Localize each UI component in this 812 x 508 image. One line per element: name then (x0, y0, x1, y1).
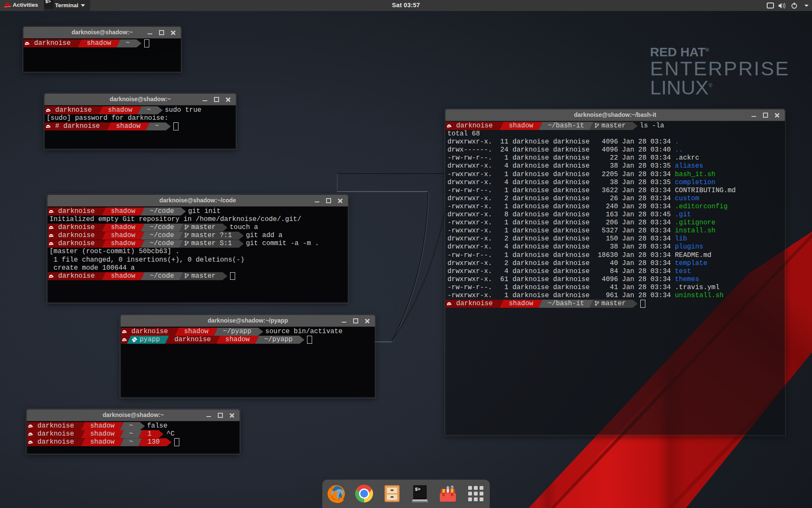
svg-text:$>: $> (415, 487, 421, 492)
